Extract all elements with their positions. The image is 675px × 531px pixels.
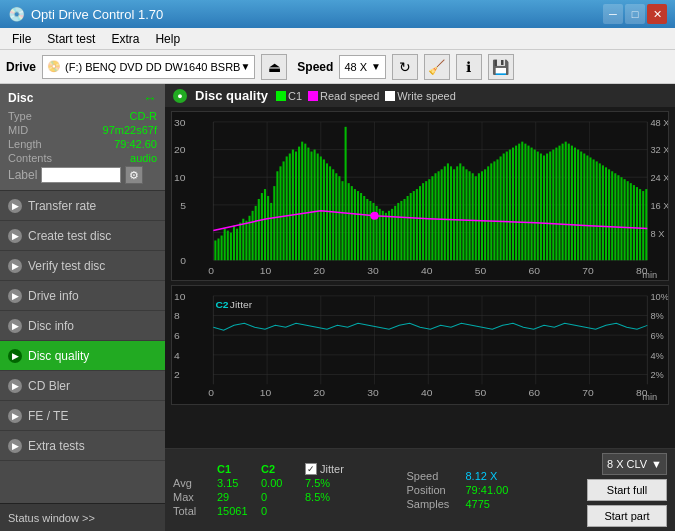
drive-dropdown-arrow[interactable]: ▼ [240,61,250,72]
svg-rect-162 [605,167,607,260]
erase-button[interactable]: 🧹 [424,54,450,80]
svg-rect-68 [314,150,316,261]
svg-rect-74 [332,169,334,260]
svg-rect-92 [388,211,390,260]
sidebar-item-create-test-disc[interactable]: ▶ Create test disc [0,221,165,251]
svg-rect-136 [524,144,526,261]
total-c1: 15061 [217,505,257,517]
svg-rect-153 [577,150,579,261]
sidebar-item-disc-info[interactable]: ▶ Disc info [0,311,165,341]
speed-mode-arrow[interactable]: ▼ [651,458,662,470]
label-gear-button[interactable]: ⚙ [125,166,143,184]
svg-rect-114 [456,166,458,260]
jitter-checkbox[interactable]: ✓ [305,463,317,475]
svg-rect-119 [472,173,474,260]
sidebar-item-extra-tests[interactable]: ▶ Extra tests [0,431,165,461]
svg-rect-95 [397,203,399,260]
svg-rect-149 [565,142,567,261]
svg-text:40: 40 [421,387,433,398]
disc-arrow-btn[interactable]: ↔ [143,90,157,106]
svg-rect-71 [323,159,325,260]
menu-file[interactable]: File [4,30,39,48]
disc-quality-label: Disc quality [28,349,89,363]
start-full-button[interactable]: Start full [587,479,667,501]
drive-selector[interactable]: 📀 (F:) BENQ DVD DD DW1640 BSRB ▼ [42,55,255,79]
mid-label: MID [8,124,28,136]
sidebar-item-drive-info[interactable]: ▶ Drive info [0,281,165,311]
sidebar-item-transfer-rate[interactable]: ▶ Transfer rate [0,191,165,221]
refresh-button[interactable]: ↻ [392,54,418,80]
svg-rect-75 [335,173,337,260]
eject-button[interactable]: ⏏ [261,54,287,80]
svg-rect-43 [236,229,238,261]
svg-text:48 X: 48 X [650,118,668,128]
speed-label: Speed [407,470,462,482]
status-window-button[interactable]: Status window >> [0,503,165,531]
minimize-button[interactable]: ─ [603,4,623,24]
svg-rect-81 [354,189,356,260]
speed-label: Speed [297,60,333,74]
disc-panel: Disc ↔ Type CD-R MID 97m22s67f Length 79… [0,84,165,191]
transfer-rate-label: Transfer rate [28,199,96,213]
label-input[interactable] [41,167,121,183]
svg-rect-167 [620,177,622,260]
svg-rect-116 [462,166,464,260]
sidebar-item-disc-quality[interactable]: ▶ Disc quality [0,341,165,371]
speed-mode-selector[interactable]: 8 X CLV ▼ [602,453,667,475]
menu-help[interactable]: Help [147,30,188,48]
svg-rect-168 [624,179,626,260]
sidebar-item-verify-test-disc[interactable]: ▶ Verify test disc [0,251,165,281]
samples-label: Samples [407,498,462,510]
svg-text:min: min [642,392,657,402]
menu-extra[interactable]: Extra [103,30,147,48]
sidebar-item-fe-te[interactable]: ▶ FE / TE [0,401,165,431]
close-button[interactable]: ✕ [647,4,667,24]
jitter-check[interactable]: ✓ Jitter [305,463,344,475]
svg-rect-91 [385,213,387,260]
svg-rect-129 [503,154,505,261]
svg-text:C2: C2 [215,299,229,310]
main-content: Disc ↔ Type CD-R MID 97m22s67f Length 79… [0,84,675,531]
verify-test-disc-label: Verify test disc [28,259,105,273]
svg-rect-174 [642,191,644,260]
speed-dropdown-arrow[interactable]: ▼ [371,61,381,72]
start-part-button[interactable]: Start part [587,505,667,527]
svg-rect-79 [348,183,350,260]
write-text: Write speed [397,90,456,102]
svg-text:10: 10 [260,387,272,398]
disc-title: Disc [8,91,33,105]
svg-text:0: 0 [208,265,214,276]
total-label: Total [173,505,213,517]
svg-rect-41 [230,233,232,261]
save-button[interactable]: 💾 [488,54,514,80]
svg-rect-118 [469,171,471,260]
type-value: CD-R [130,110,158,122]
svg-rect-70 [320,156,322,260]
svg-rect-64 [301,142,303,261]
svg-rect-156 [586,155,588,260]
speed-selector[interactable]: 48 X ▼ [339,55,386,79]
svg-rect-37 [217,238,219,260]
sidebar-item-cd-bler[interactable]: ▶ CD Bler [0,371,165,401]
svg-rect-164 [611,171,613,260]
svg-rect-163 [608,169,610,260]
contents-value: audio [130,152,157,164]
svg-rect-98 [407,196,409,260]
titlebar-left: 💿 Opti Drive Control 1.70 [8,6,163,22]
svg-rect-58 [283,161,285,260]
total-c2: 0 [261,505,301,517]
svg-rect-54 [270,203,272,260]
info-button[interactable]: ℹ [456,54,482,80]
maximize-button[interactable]: □ [625,4,645,24]
disc-quality-title: Disc quality [195,88,268,103]
svg-rect-151 [571,146,573,261]
svg-text:6: 6 [174,330,180,341]
svg-text:32 X: 32 X [650,146,668,156]
svg-text:0: 0 [208,387,214,398]
svg-rect-50 [258,199,260,260]
drive-value: (F:) BENQ DVD DD DW1640 BSRB [65,61,240,73]
menu-start-test[interactable]: Start test [39,30,103,48]
svg-rect-143 [546,154,548,261]
svg-rect-161 [602,165,604,260]
svg-text:50: 50 [475,387,487,398]
